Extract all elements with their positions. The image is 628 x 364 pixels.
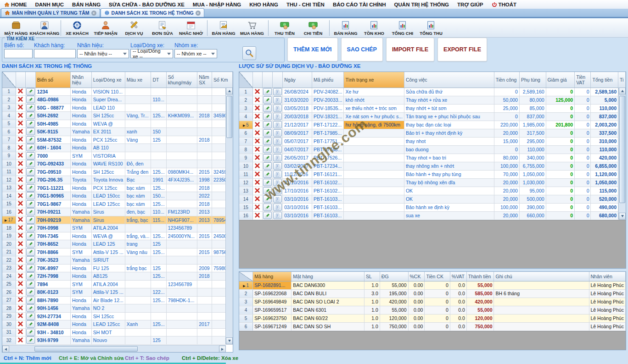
cell-color[interactable]: trắng, và...: [125, 232, 151, 240]
row-number[interactable]: 15: [2, 200, 16, 208]
cell-code[interactable]: PBT-16103...: [312, 195, 343, 203]
cell-dt[interactable]: 115...: [151, 216, 166, 224]
del-button[interactable]: [17, 313, 23, 319]
cell-plate[interactable]: 72H-7998: [35, 272, 70, 281]
edit-button[interactable]: [26, 272, 35, 280]
cell-amount[interactable]: 120,000: [466, 314, 494, 322]
table-row[interactable]: 126/08/2024PDV-24082...Xe hưSửa chữa đủ …: [239, 88, 626, 96]
cell-amount[interactable]: 750,000: [466, 322, 494, 331]
cell-plate[interactable]: 70H-09219: [35, 216, 70, 224]
tab-close-icon[interactable]: ✕: [196, 11, 201, 16]
edit-button[interactable]: [26, 265, 35, 272]
del-button[interactable]: [17, 104, 23, 110]
cell-year[interactable]: 2018: [197, 112, 212, 120]
cell-dt[interactable]: [151, 152, 166, 160]
table-row[interactable]: 3293H-9799YamahaNouvo125: [2, 336, 233, 345]
table-row[interactable]: 3092M-8408HondaLEAD 125ccXanh125...2017: [2, 320, 233, 329]
table-row[interactable]: 450H-2692HondaSH 125ccVàng, Tr...125...K…: [2, 112, 233, 120]
edit-button[interactable]: [26, 144, 35, 151]
table-row[interactable]: 3193H - 34810HondaSH MOT: [2, 328, 233, 336]
cell-dt[interactable]: 125: [151, 264, 166, 272]
row-number[interactable]: 13: [2, 184, 16, 192]
cell-vat[interactable]: 0: [575, 121, 591, 129]
cell-plate[interactable]: 1234: [35, 88, 70, 96]
cell-model[interactable]: NO 2: [91, 304, 125, 313]
cell-status[interactable]: [344, 137, 404, 145]
del-button[interactable]: [17, 88, 23, 94]
cell-total[interactable]: 2,003,200: [591, 121, 618, 129]
cell-dt[interactable]: 125...: [151, 232, 166, 240]
column-header[interactable]: Mã hàng: [253, 272, 292, 281]
cell-dt[interactable]: 125...: [151, 112, 166, 120]
cell-total[interactable]: 337,500: [591, 129, 618, 137]
cell-year[interactable]: 1998: [197, 176, 212, 184]
cell-model[interactable]: ATILA 2004: [91, 280, 125, 288]
table-row[interactable]: 1870H-0998SYMATILA 2004123456789: [2, 224, 233, 232]
del-button[interactable]: [254, 163, 260, 169]
cell-frame[interactable]: 4FX4J235...: [166, 176, 197, 184]
cell-code[interactable]: PDV-20033...: [312, 96, 343, 104]
del-button[interactable]: [17, 273, 23, 279]
cell-model[interactable]: WEVA @: [91, 232, 125, 240]
cell-plate[interactable]: 93H - 34810: [35, 328, 70, 336]
cell-dt[interactable]: 110...: [151, 208, 166, 216]
cell-code[interactable]: PBT-16103...: [312, 203, 343, 211]
tab[interactable]: MÀN HÌNH QUẢN LÝ TRUNG TÂM✕: [1, 8, 100, 17]
del-button[interactable]: [254, 196, 260, 202]
toolbar-button[interactable]: DỊCH VỤ: [120, 19, 148, 37]
cell-note[interactable]: [494, 281, 589, 289]
row-number[interactable]: 15: [239, 203, 252, 211]
column-header[interactable]: Tiền CK: [425, 272, 450, 281]
edit-button[interactable]: [26, 184, 35, 192]
cell-plate[interactable]: 70K-8997: [35, 264, 70, 272]
del-button[interactable]: [17, 216, 23, 222]
cell-date[interactable]: 21/10/2016: [283, 178, 312, 187]
toolbar-button[interactable]: TỔNG THU: [417, 19, 445, 37]
row-number[interactable]: 9: [239, 154, 252, 162]
cell-year[interactable]: 2018: [197, 136, 212, 144]
history-vertical-scrollbar[interactable]: [618, 88, 626, 220]
cell-brand[interactable]: SYM: [70, 152, 91, 160]
edit-button[interactable]: [26, 120, 35, 127]
row-number[interactable]: 14: [239, 195, 252, 203]
cell-work[interactable]: Tân trang xe + phục hồi phuộc sau: [404, 112, 494, 121]
doc-button[interactable]: [273, 171, 282, 178]
del-button[interactable]: [17, 128, 23, 134]
cell-frame[interactable]: [166, 104, 197, 112]
del-button[interactable]: [17, 297, 23, 303]
table-row[interactable]: 650K-9115YamahaEX 2011xanh150: [2, 128, 233, 136]
cell-dt[interactable]: 125...: [151, 168, 166, 176]
cell-color[interactable]: Vàng, Tr...: [125, 112, 151, 120]
cell-dt[interactable]: 110...: [151, 96, 166, 104]
cell-total[interactable]: 310,000: [591, 137, 618, 145]
cell-code[interactable]: PBT-17751...: [312, 137, 343, 145]
table-row[interactable]: 303/05/2018PDV-18535...xe thiếu nhớt + t…: [239, 104, 626, 112]
cell-dt[interactable]: 125...: [151, 200, 166, 208]
cell-brand[interactable]: Honda: [70, 312, 91, 320]
cell-ck[interactable]: 0: [425, 306, 450, 314]
del-button[interactable]: [254, 179, 260, 185]
cell-work[interactable]: Thay nhớt + rửa xe: [404, 96, 494, 104]
cell-date[interactable]: 03/05/2018: [283, 104, 312, 112]
grid-corner[interactable]: [239, 72, 252, 88]
cell-code[interactable]: SP-169623750: [253, 314, 292, 322]
column-header[interactable]: Ti: [618, 72, 625, 88]
cell-work[interactable]: sua xe: [404, 211, 494, 220]
plate-input[interactable]: [4, 49, 33, 58]
edit-button[interactable]: [26, 336, 35, 344]
table-row[interactable]: 6SP-169671249BAC DAN SO SH1.0750,0000.00…: [239, 322, 626, 331]
cell-ck[interactable]: 0: [425, 314, 450, 322]
cell-color[interactable]: xanh: [125, 128, 151, 136]
cell-total[interactable]: 6,855,000: [591, 162, 618, 170]
toolbar-button[interactable]: MUA HÀNG: [238, 19, 266, 37]
edit-button[interactable]: [26, 128, 35, 135]
cell-model[interactable]: LEAD 125cc: [91, 320, 125, 329]
cell-frame[interactable]: [166, 288, 197, 297]
cell-color[interactable]: [125, 304, 151, 313]
del-button[interactable]: [17, 120, 23, 126]
cell-model[interactable]: PCX 125cc: [91, 184, 125, 192]
cell-total[interactable]: 520,000: [591, 195, 618, 203]
cell-plate[interactable]: 70H-8866: [35, 248, 70, 256]
doc-button[interactable]: [273, 212, 282, 219]
cell-frame[interactable]: [166, 320, 197, 329]
